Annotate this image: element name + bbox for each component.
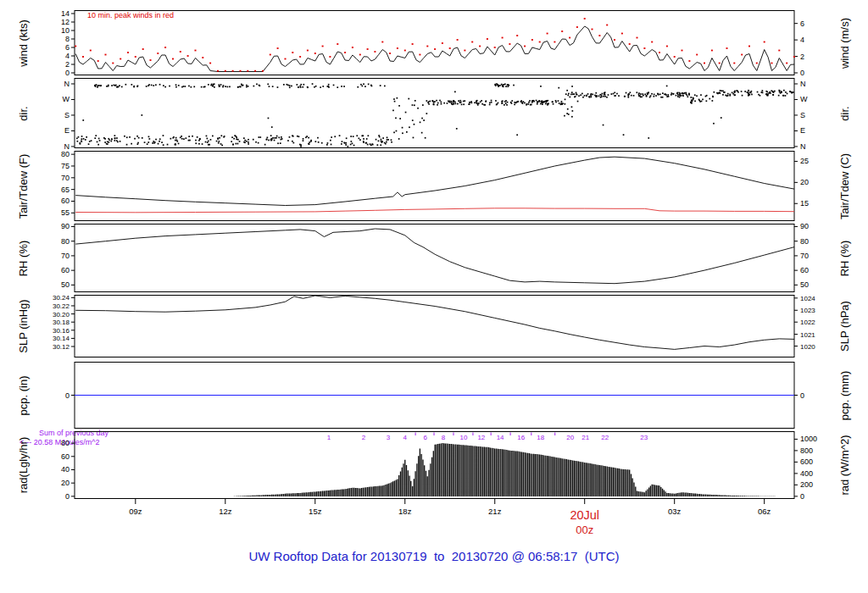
dir-point bbox=[360, 84, 362, 86]
dir-point bbox=[303, 138, 304, 140]
dir-point bbox=[603, 125, 604, 126]
dir-point bbox=[78, 136, 80, 138]
dir-point bbox=[300, 144, 302, 146]
dir-point bbox=[565, 103, 566, 105]
ytick-right-label: 800 bbox=[800, 446, 813, 455]
ytick-left-label: 0 bbox=[65, 391, 70, 400]
dir-point bbox=[603, 96, 604, 97]
ytick-right-label: 25 bbox=[800, 157, 809, 165]
dir-point bbox=[195, 142, 197, 144]
dir-point bbox=[555, 102, 557, 103]
dir-point bbox=[328, 86, 330, 88]
dir-point bbox=[359, 138, 360, 140]
dir-point bbox=[111, 85, 113, 86]
dir-point bbox=[208, 141, 209, 142]
dir-point bbox=[693, 97, 694, 99]
dir-point bbox=[654, 96, 655, 97]
dir-point bbox=[289, 85, 291, 86]
wind-peak-dot bbox=[381, 42, 383, 43]
dir-point bbox=[378, 135, 380, 136]
dir-point bbox=[220, 84, 222, 86]
ytick-left-label: 2 bbox=[65, 60, 70, 69]
wind-peak-dot bbox=[225, 70, 226, 72]
dir-point bbox=[137, 143, 139, 145]
dir-point bbox=[147, 143, 148, 145]
dir-point bbox=[379, 136, 381, 138]
dir-point bbox=[159, 141, 160, 142]
dir-point bbox=[592, 94, 593, 96]
dir-point bbox=[280, 142, 281, 144]
dir-point bbox=[368, 84, 370, 86]
dir-point bbox=[341, 86, 342, 87]
dir-point bbox=[681, 95, 682, 97]
ytick-left-label: 55 bbox=[61, 208, 70, 217]
dir-point bbox=[426, 100, 428, 102]
dir-point bbox=[350, 144, 352, 146]
dir-point bbox=[239, 141, 241, 142]
dir-point bbox=[706, 100, 708, 102]
wind-peak-dot bbox=[105, 54, 107, 56]
dir-point bbox=[456, 128, 458, 130]
dir-point bbox=[231, 141, 232, 142]
dir-point bbox=[76, 138, 78, 140]
ytick-left-label: 60 bbox=[61, 266, 70, 274]
ytick-left-label: E bbox=[64, 126, 70, 135]
dir-point bbox=[570, 97, 571, 98]
ytick-right-label: N bbox=[800, 142, 806, 151]
panel-rh-frame bbox=[75, 224, 794, 292]
dir-point bbox=[271, 138, 273, 140]
mj-marker-label: 1 bbox=[327, 434, 331, 441]
dir-point bbox=[670, 94, 672, 96]
dir-point bbox=[86, 136, 87, 138]
wind-peak-dot bbox=[704, 63, 705, 64]
ytick-right-label: S bbox=[800, 111, 805, 119]
dir-point bbox=[219, 137, 220, 139]
dir-point bbox=[626, 92, 627, 94]
dir-point bbox=[471, 103, 473, 104]
xtick-label: 09z bbox=[129, 507, 142, 516]
mj-marker-label: 23 bbox=[640, 434, 648, 441]
dir-point bbox=[125, 84, 127, 86]
ytick-left-label: W bbox=[63, 95, 70, 103]
dir-point bbox=[502, 103, 504, 104]
axis-title-dir-left: dir. bbox=[17, 106, 30, 120]
dir-point bbox=[281, 136, 282, 138]
RH-line bbox=[75, 229, 794, 284]
dir-point bbox=[210, 139, 212, 141]
dir-point bbox=[341, 143, 342, 145]
dir-point bbox=[414, 104, 415, 106]
dir-point bbox=[623, 134, 625, 136]
dir-point bbox=[725, 95, 726, 97]
dir-point bbox=[785, 95, 787, 97]
dir-point bbox=[81, 136, 83, 137]
dir-point bbox=[787, 93, 788, 95]
dir-point bbox=[531, 102, 533, 103]
dir-point bbox=[97, 85, 99, 86]
dir-point bbox=[576, 94, 578, 96]
dir-point bbox=[722, 91, 724, 92]
mj-marker-label: 18 bbox=[537, 434, 544, 441]
dir-point bbox=[422, 104, 424, 106]
dir-point bbox=[209, 144, 210, 146]
wind-peak-dot bbox=[606, 25, 608, 26]
dir-point bbox=[721, 117, 722, 119]
dir-point bbox=[142, 114, 143, 116]
wind-peak-dot bbox=[584, 18, 586, 19]
dir-point bbox=[660, 97, 662, 98]
dir-point bbox=[363, 138, 364, 140]
dir-point bbox=[266, 139, 268, 141]
wind-peak-dot bbox=[90, 50, 92, 52]
dir-point bbox=[476, 100, 478, 102]
dir-point bbox=[667, 94, 669, 96]
wind-peak-dot bbox=[539, 42, 541, 43]
dir-point bbox=[783, 90, 785, 91]
dir-point bbox=[272, 86, 274, 87]
dir-point bbox=[253, 86, 255, 87]
dir-point bbox=[94, 85, 96, 86]
dir-point bbox=[430, 101, 431, 103]
dir-point bbox=[362, 135, 364, 136]
dir-point bbox=[108, 141, 109, 143]
wind-peak-dot bbox=[397, 47, 398, 49]
dir-point bbox=[82, 119, 84, 121]
dir-point bbox=[207, 138, 209, 140]
